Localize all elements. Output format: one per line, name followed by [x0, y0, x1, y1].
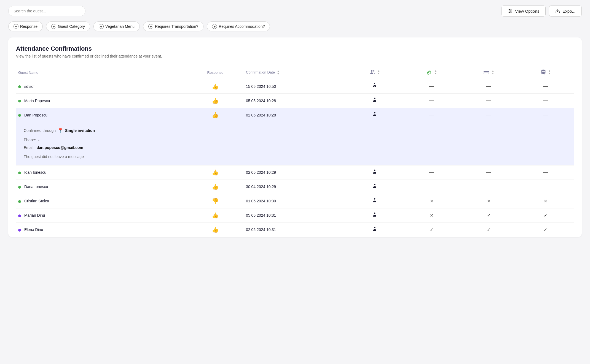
- table-row[interactable]: Maria Popescu 👍 05 05 2024 10:28 — —: [16, 94, 574, 108]
- svg-point-5: [509, 12, 510, 13]
- guest-name-cell: Cristian Stoica: [16, 194, 187, 208]
- baby-icon: [372, 83, 378, 89]
- adult-icon: [372, 197, 377, 203]
- table-row[interactable]: sdfsdf 👍 15 05 2024 16:50: [16, 79, 574, 94]
- accommodation-cell: ✓: [460, 208, 517, 222]
- thumbup-icon: 👍: [212, 112, 219, 118]
- plus-icon: +: [14, 24, 18, 29]
- status-dot: [18, 172, 21, 174]
- filter-guest-category-label: Guest Category: [58, 24, 85, 29]
- status-dot: [18, 114, 21, 117]
- adult-icon: [372, 169, 377, 175]
- filter-requires-transportation-label: Requires Transportation?: [155, 24, 198, 29]
- plus-icon: +: [51, 24, 56, 29]
- expanded-details-cell: Confirmed through 📍 Single invitation Ph…: [16, 122, 574, 165]
- thumbup-icon: 👍: [212, 169, 219, 176]
- table-row[interactable]: Dan Popescu 👍 02 05 2024 10:28 — — —: [16, 108, 574, 122]
- table-row[interactable]: Ioan Ionescu 👍 02 05 2024 10:29 — —: [16, 165, 574, 180]
- date-cell: 02 05 2024 10:28: [244, 108, 346, 122]
- no-message: The guest did not leave a message: [24, 153, 566, 160]
- sort-arrows-category[interactable]: ▲▼: [377, 70, 380, 75]
- download-icon: [555, 9, 560, 13]
- svg-rect-9: [484, 71, 486, 72]
- accommodation-cell: —: [460, 180, 517, 194]
- accommodation-cell: —: [460, 165, 517, 180]
- export-button[interactable]: Expo...: [549, 6, 582, 17]
- transportation-cell: —: [517, 165, 574, 180]
- bus-icon: [540, 69, 546, 75]
- transportation-cell: —: [517, 108, 574, 122]
- search-input[interactable]: [8, 6, 85, 16]
- leaf-icon: [427, 69, 433, 75]
- accommodation-cell: —: [460, 94, 517, 108]
- sort-arrows-trans[interactable]: ▲▼: [548, 70, 551, 75]
- thumbup-icon: 👍: [212, 83, 219, 90]
- adult-icon: [372, 183, 377, 189]
- pinpoint-icon: 📍: [57, 126, 63, 135]
- svg-point-8: [373, 70, 374, 72]
- filter-guest-category[interactable]: + Guest Category: [46, 21, 90, 31]
- filter-vegetarian-menu-label: Vegetarian Menu: [105, 24, 135, 29]
- vegetarian-cell: —: [403, 180, 460, 194]
- bed-icon: [483, 69, 490, 75]
- adult-icon: [372, 212, 377, 218]
- email-line: Email: dan.popescu@gmail.com: [24, 144, 566, 151]
- sort-arrows-veg[interactable]: ▲▼: [435, 70, 437, 75]
- people-icon: [369, 69, 376, 75]
- filter-requires-accommodation[interactable]: + Requires Accommodation?: [207, 21, 270, 31]
- attendance-table: Guest Name Response Confirmation Date ▲▼: [16, 66, 574, 237]
- status-dot: [18, 200, 21, 203]
- adult-icon: [372, 97, 377, 103]
- svg-point-10: [374, 83, 375, 84]
- accommodation-cell: —: [460, 79, 517, 94]
- response-cell: 👍: [187, 79, 244, 94]
- view-options-button[interactable]: View Options: [501, 6, 546, 17]
- response-cell: 👍: [187, 208, 244, 222]
- sliders-icon: [508, 9, 513, 13]
- accommodation-cell: ✓: [460, 222, 517, 237]
- svg-point-16: [374, 184, 376, 185]
- svg-point-19: [374, 227, 376, 228]
- category-cell: [346, 165, 403, 180]
- vegetarian-cell: —: [403, 165, 460, 180]
- transportation-cell: —: [517, 94, 574, 108]
- table-row[interactable]: Dana Ionescu 👍 30 04 2024 10:29 — —: [16, 180, 574, 194]
- filter-requires-accommodation-label: Requires Accommodation?: [219, 24, 265, 29]
- svg-point-7: [371, 70, 373, 72]
- phone-line: Phone: -: [24, 137, 566, 143]
- category-cell: [346, 194, 403, 208]
- col-accommodation: ▲▼: [460, 66, 517, 79]
- view-options-label: View Options: [515, 9, 539, 13]
- sort-arrows-acc[interactable]: ▲▼: [492, 70, 494, 75]
- top-bar: View Options Expo...: [8, 6, 582, 17]
- svg-point-3: [509, 9, 510, 10]
- main-card: Attendance Confirmations View the list o…: [8, 37, 582, 237]
- guest-name-cell: Maria Popescu: [16, 94, 187, 108]
- category-cell: [346, 180, 403, 194]
- thumbup-icon: 👍: [212, 183, 219, 190]
- thumbup-icon: 👍: [212, 226, 219, 233]
- category-cell: [346, 108, 403, 122]
- filter-vegetarian-menu[interactable]: + Vegetarian Menu: [93, 21, 140, 31]
- date-cell: 05 05 2024 10:31: [244, 208, 346, 222]
- guest-name-cell: sdfsdf: [16, 79, 187, 94]
- table-row[interactable]: Marian Dinu 👍 05 05 2024 10:31 ✕ ✓ ✓: [16, 208, 574, 222]
- page-wrapper: View Options Expo... + Response + Guest …: [0, 0, 590, 364]
- table-row[interactable]: Elena Dinu 👍 02 05 2024 10:31 ✓ ✓ ✓: [16, 222, 574, 237]
- table-row[interactable]: Cristian Stoica 👎 01 05 2024 10:30 ✕ ✕: [16, 194, 574, 208]
- plus-icon: +: [212, 24, 217, 29]
- filter-response[interactable]: + Response: [8, 21, 43, 31]
- transportation-cell: ✕: [517, 194, 574, 208]
- col-response: Response: [187, 66, 244, 79]
- col-confirmation-date: Confirmation Date ▲▼: [244, 66, 346, 79]
- vegetarian-cell: ✓: [403, 222, 460, 237]
- date-cell: 15 05 2024 16:50: [244, 79, 346, 94]
- vegetarian-cell: ✕: [403, 208, 460, 222]
- filter-requires-transportation[interactable]: + Requires Transportation?: [143, 21, 203, 31]
- status-dot: [18, 85, 21, 88]
- plus-icon: +: [99, 24, 104, 29]
- sort-arrows-date[interactable]: ▲▼: [277, 70, 280, 75]
- card-title: Attendance Confirmations: [16, 45, 574, 52]
- thumbup-icon: 👍: [212, 97, 219, 104]
- card-subtitle: View the list of guests who have confirm…: [16, 54, 574, 58]
